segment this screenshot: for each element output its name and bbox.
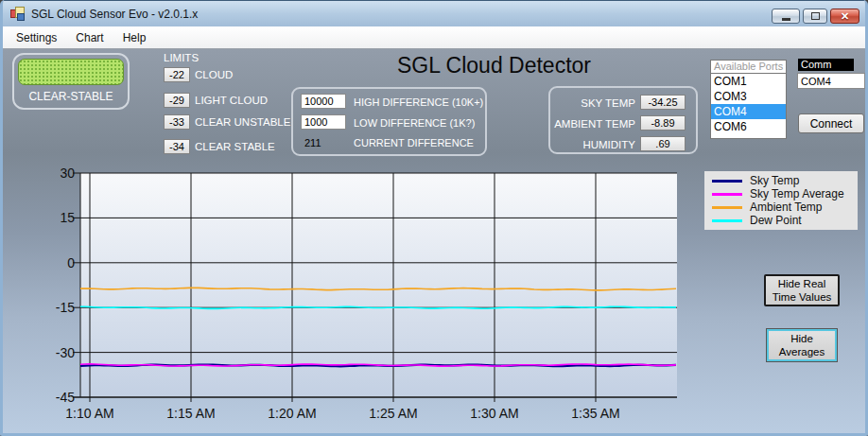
legend-item: Sky Temp Average	[712, 187, 858, 201]
status-label: CLEAR-STABLE	[14, 90, 128, 103]
limit-lightcloud-label: LIGHT CLOUD	[195, 95, 268, 106]
menu-help[interactable]: Help	[113, 27, 156, 48]
low-difference-input[interactable]	[301, 114, 346, 130]
legend-item: Sky Temp	[712, 174, 858, 187]
svg-text:1:10 AM: 1:10 AM	[65, 406, 113, 421]
maximize-button[interactable]	[803, 9, 827, 24]
readings-groupbox: SKY TEMP -34.25 AMBIENT TEMP -8.89 HUMID…	[548, 86, 698, 154]
svg-text:-45: -45	[56, 390, 75, 405]
limit-cloud-label: CLOUD	[195, 69, 233, 80]
port-item-com3[interactable]: COM3	[711, 89, 786, 104]
page-title: SGL Cloud Detector	[355, 53, 634, 78]
window-title: SGL Cloud Sensor Evo - v2.0.1.x	[31, 8, 198, 21]
sky-temp-value: -34.25	[640, 95, 686, 110]
svg-text:30: 30	[60, 166, 75, 181]
humidity-value: .69	[640, 136, 686, 151]
limit-clearstable-label: CLEAR STABLE	[195, 141, 275, 152]
legend-label: Sky Temp	[750, 174, 799, 187]
connect-button[interactable]: Connect	[798, 113, 864, 133]
app-icon	[10, 7, 26, 22]
legend-swatch	[712, 206, 742, 209]
app-window: SGL Cloud Sensor Evo - v2.0.1.x ✕ Settin…	[0, 0, 868, 436]
legend-label: Ambient Temp	[750, 201, 822, 214]
chart: 30150-15-30-451:10 AM1:15 AM1:20 AM1:25 …	[3, 161, 703, 436]
low-difference-label: LOW DIFFERENCE (1K?)	[354, 117, 475, 129]
ambient-temp-value: -8.89	[640, 115, 686, 131]
client-area: CLEAR-STABLE LIMITS -22 CLOUD -29 LIGHT …	[3, 49, 865, 433]
port-item-com4[interactable]: COM4	[711, 104, 786, 119]
hide-averages-button[interactable]: Hide Averages	[767, 329, 837, 361]
svg-text:-15: -15	[56, 300, 75, 315]
svg-text:15: 15	[60, 210, 75, 225]
menu-chart[interactable]: Chart	[66, 27, 113, 48]
svg-text:0: 0	[67, 255, 75, 270]
hide-real-time-values-button[interactable]: Hide Real Time Values	[764, 274, 840, 306]
chart-legend: Sky TempSky Temp AverageAmbient TempDew …	[704, 171, 858, 230]
minimize-button[interactable]	[772, 9, 800, 24]
menu-settings[interactable]: Settings	[7, 27, 66, 48]
legend-label: Dew Point	[750, 214, 802, 227]
status-lamp	[18, 59, 124, 85]
maximize-icon	[811, 12, 820, 20]
humidity-label: HUMIDITY	[550, 139, 635, 150]
limit-lightcloud-value[interactable]: -29	[164, 93, 190, 108]
limits-title: LIMITS	[164, 52, 199, 63]
ambient-temp-label: AMBIENT TEMP	[550, 118, 635, 130]
limit-clearstable-value[interactable]: -34	[164, 139, 190, 154]
limit-clearunstable-label: CLEAR UNSTABLE	[195, 116, 290, 128]
current-difference-label: CURRENT DIFFERENCE	[354, 137, 474, 148]
legend-item: Ambient Temp	[712, 201, 858, 214]
comm-port-input[interactable]	[797, 73, 865, 89]
available-ports-list: COM1COM3COM4COM6	[710, 73, 787, 139]
close-icon: ✕	[841, 11, 849, 22]
comm-port-label: Comm Port:	[798, 59, 854, 71]
port-item-com6[interactable]: COM6	[711, 119, 786, 134]
available-ports-header: Available Ports	[710, 60, 787, 73]
limit-cloud-value[interactable]: -22	[164, 67, 190, 82]
port-item-com1[interactable]: COM1	[711, 74, 786, 89]
sky-temp-label: SKY TEMP	[550, 97, 635, 109]
legend-swatch	[712, 193, 742, 196]
current-difference-value: 211	[304, 137, 321, 148]
status-indicator-box: CLEAR-STABLE	[12, 53, 130, 110]
minimize-icon	[782, 18, 790, 21]
limit-clearunstable-value[interactable]: -33	[164, 114, 190, 130]
legend-item: Dew Point	[712, 214, 858, 227]
difference-groupbox: HIGH DIFFERENCE (10K+) LOW DIFFERENCE (1…	[291, 87, 487, 156]
legend-label: Sky Temp Average	[750, 187, 844, 201]
close-button[interactable]: ✕	[830, 9, 859, 24]
high-difference-label: HIGH DIFFERENCE (10K+)	[354, 96, 483, 108]
svg-text:1:15 AM: 1:15 AM	[166, 406, 215, 421]
title-bar: SGL Cloud Sensor Evo - v2.0.1.x ✕	[3, 0, 865, 26]
legend-swatch	[712, 180, 742, 183]
svg-text:1:35 AM: 1:35 AM	[571, 406, 619, 421]
legend-swatch	[712, 219, 742, 222]
menu-bar: Settings Chart Help	[3, 26, 865, 49]
svg-text:1:20 AM: 1:20 AM	[268, 406, 316, 421]
svg-text:1:25 AM: 1:25 AM	[369, 406, 417, 421]
svg-text:-30: -30	[56, 345, 75, 360]
high-difference-input[interactable]	[301, 94, 346, 109]
svg-text:1:30 AM: 1:30 AM	[470, 406, 518, 421]
